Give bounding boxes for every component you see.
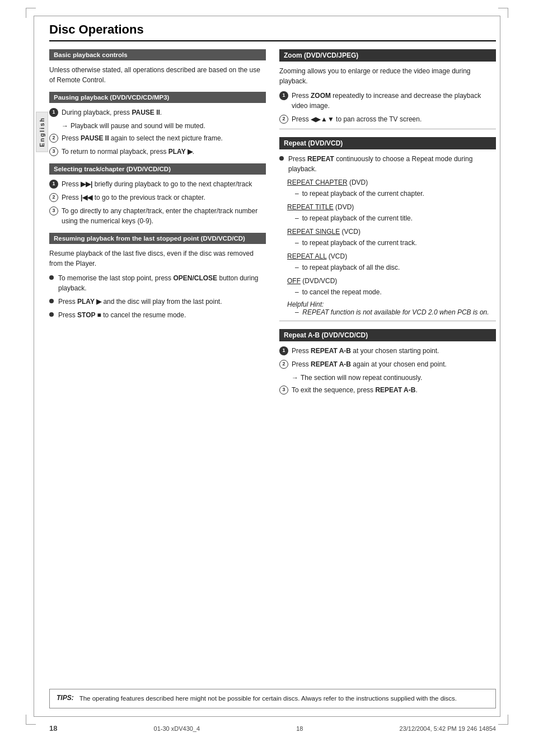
bullet-dot-3 [49,312,54,317]
repeat-bullet-dot [279,156,284,161]
page-title: Disc Operations [49,22,496,41]
repeat-ab-num-3: 3 [279,386,288,395]
repeat-ab-text-3: To exit the sequence, press REPEAT A-B. [292,385,418,395]
track-item-2: 2 Press |◀◀ to go to the previous track … [49,192,266,203]
corner-br [498,715,508,725]
helpful-hint-label: Helpful Hint: [287,300,324,308]
zoom-text-2: Press ◀▶▲▼ to pan across the TV screen. [292,114,421,124]
track-num-2: 2 [49,193,58,202]
footer-center: 18 [296,725,303,732]
resume-bullet-2: Press PLAY ▶ and the disc will play from… [49,297,266,307]
track-num-1: 1 [49,180,58,189]
zoom-item-1: 1 Press ZOOM repeatedly to increase and … [279,91,496,111]
repeat-off-title: OFF (DVD/VCD) [287,276,496,286]
zoom-text-1: Press ZOOM repeatedly to increase and de… [292,91,496,111]
corner-tr [498,8,508,18]
left-column: Basic playback controls Unless otherwise… [49,49,266,398]
repeat-ab-num-2: 2 [279,360,288,369]
repeat-chapter-title: REPEAT CHAPTER (DVD) [287,177,496,187]
tips-text: The operating features described here mi… [79,694,457,703]
page-number: 18 [49,724,57,732]
repeat-all-title: REPEAT ALL (VCD) [287,251,496,261]
bullet-dot-2 [49,299,54,303]
pause-text-3: To return to normal playback, press PLAY… [62,147,194,157]
track-text-1: Press ▶▶| briefly during playback to go … [62,179,252,189]
page-border-top [34,16,500,16]
footer-left: 01-30 xDV430_4 [154,725,200,732]
section-zoom-header: Zoom (DVD/VCD/JPEG) [279,49,496,62]
page-border-right [500,16,500,717]
repeat-all-desc: –to repeat playback of all the disc. [295,262,496,273]
divider-1 [279,129,496,129]
section-resume-header: Resuming playback from the last stopped … [49,233,266,244]
section-track-header: Selecting track/chapter (DVD/VCD/CD) [49,163,266,175]
track-text-3: To go directly to any chapter/track, ent… [62,206,266,226]
pause-num-2: 2 [49,134,58,143]
repeat-bullet-1: Press REPEAT continuously to choose a Re… [279,154,496,174]
repeat-ab-num-1: 1 [279,346,288,355]
footer: 18 01-30 xDV430_4 18 23/12/2004, 5:42 PM… [49,724,496,732]
tips-box: TIPS: The operating features described h… [49,689,496,708]
page-border-bottom [34,716,500,717]
repeat-single-desc: –to repeat playback of the current track… [295,238,496,248]
zoom-num-1: 1 [279,91,288,100]
repeat-ab-text-1: Press REPEAT A-B at your chosen starting… [292,346,439,356]
pause-item-3: 3 To return to normal playback, press PL… [49,147,266,157]
zoom-num-2: 2 [279,115,288,124]
sidebar-language-label: English [36,112,48,152]
arrow-sym-1: → [62,122,68,130]
helpful-hint-text: – REPEAT function is not available for V… [295,308,489,316]
track-num-3: 3 [49,206,58,215]
repeat-bullet-text: Press REPEAT continuously to choose a Re… [288,154,496,174]
resume-intro: Resume playback of the last five discs, … [49,248,266,269]
resume-bullet-1: To memorise the last stop point, press O… [49,273,266,293]
repeat-ab-item-2: 2 Press REPEAT A-B again at your chosen … [279,359,496,369]
pause-sub-1: →Playback will pause and sound will be m… [62,121,266,131]
repeat-ab-sub-2: →The section will now repeat continuousl… [292,373,496,383]
basic-intro: Unless otherwise stated, all operations … [49,65,266,85]
track-item-3: 3 To go directly to any chapter/track, e… [49,206,266,226]
repeat-off-desc: –to cancel the repeat mode. [295,287,496,297]
pause-text-2: Press PAUSE II again to select the next … [62,133,223,143]
main-content: Disc Operations Basic playback controls … [49,22,496,711]
divider-2 [279,321,496,321]
arrow-sym-ab: → [292,374,298,382]
zoom-intro: Zooming allows you to enlarge or reduce … [279,66,496,86]
section-pause-header: Pausing playback (DVD/VCD/CD/MP3) [49,92,266,103]
bullet-dot-1 [49,275,54,280]
resume-bullet-3: Press STOP ■ to cancel the resume mode. [49,310,266,320]
helpful-hint: Helpful Hint: – REPEAT function is not a… [287,300,496,316]
pause-num-3: 3 [49,147,58,156]
pause-item-2: 2 Press PAUSE II again to select the nex… [49,133,266,143]
resume-bullet-text-3: Press STOP ■ to cancel the resume mode. [58,310,186,320]
footer-right: 23/12/2004, 5:42 PM 19 246 14854 [400,725,496,732]
page-border-left [34,16,34,717]
repeat-ab-item-3: 3 To exit the sequence, press REPEAT A-B… [279,385,496,395]
corner-tl [26,8,36,18]
section-basic-header: Basic playback controls [49,49,266,60]
repeat-ab-text-2: Press REPEAT A-B again at your chosen en… [292,359,447,369]
zoom-item-2: 2 Press ◀▶▲▼ to pan across the TV screen… [279,114,496,124]
track-text-2: Press |◀◀ to go to the previous track or… [62,192,205,203]
section-repeat-header: Repeat (DVD/VCD) [279,137,496,149]
track-item-1: 1 Press ▶▶| briefly during playback to g… [49,179,266,189]
corner-bl [26,715,36,725]
resume-bullet-text-2: Press PLAY ▶ and the disc will play from… [58,297,222,307]
section-repeat-ab-header: Repeat A-B (DVD/VCD/CD) [279,329,496,341]
repeat-chapter-desc: –to repeat playback of the current chapt… [295,189,496,199]
repeat-single-title: REPEAT SINGLE (VCD) [287,227,496,237]
pause-num-1: 1 [49,108,58,117]
tips-label: TIPS: [57,694,74,702]
two-columns: Basic playback controls Unless otherwise… [49,49,496,398]
repeat-ab-item-1: 1 Press REPEAT A-B at your chosen starti… [279,346,496,356]
pause-text-1: During playback, press PAUSE II. [62,107,162,118]
repeat-title-title: REPEAT TITLE (DVD) [287,202,496,212]
right-column: Zoom (DVD/VCD/JPEG) Zooming allows you t… [279,49,496,398]
pause-item-1: 1 During playback, press PAUSE II. [49,107,266,118]
resume-bullet-text-1: To memorise the last stop point, press O… [58,273,266,293]
repeat-title-desc: –to repeat playback of the current title… [295,213,496,223]
